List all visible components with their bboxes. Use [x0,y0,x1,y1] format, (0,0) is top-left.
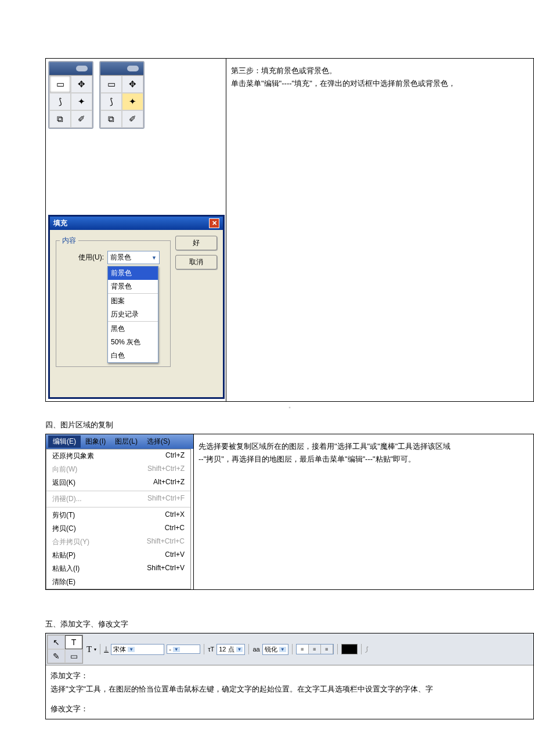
add-text-desc: 选择"文字"工具，在图层的恰当位置单击鼠标左键，确定文字的起始位置。在文字工具选… [50,682,529,696]
warp-icon[interactable]: ⟆ [365,646,367,653]
dropdown-option[interactable]: 50% 灰色 [108,336,158,349]
tool-palette-1: ▭ ✥ ⟆ ✦ ⧉ ✐ [48,61,93,129]
menu-edit[interactable]: 编辑(E) [48,435,81,448]
antialias-combo[interactable]: 锐化▼ [262,644,288,655]
section4-desc2: --"拷贝"，再选择目的地图层，最后单击菜单"编辑"---"粘贴"即可。 [199,453,529,466]
lasso-tool-icon[interactable]: ⟆ [100,93,122,110]
lasso-tool-icon[interactable]: ⟆ [49,93,71,110]
marquee-tool-icon[interactable]: ▭ [49,75,71,93]
marquee-tool-icon[interactable]: ▭ [100,75,122,93]
content-group-label: 内容 [60,236,78,246]
menu-item-paste-into[interactable]: 粘贴入(I)Shift+Ctrl+V [46,562,190,575]
font-size-combo[interactable]: 12 点▼ [217,644,245,655]
menu-item-copy[interactable]: 拷贝(C)Ctrl+C [46,522,190,535]
menu-item-clear[interactable]: 清除(E) [46,575,190,589]
crop-tool-icon[interactable]: ⧉ [49,110,71,128]
menu-item-cut[interactable]: 剪切(T)Ctrl+X [46,509,190,522]
text-color-swatch[interactable] [341,644,358,654]
section5-title: 五、添加文字、修改文字 [45,619,534,629]
align-right-icon[interactable]: ≡ [321,645,333,654]
font-family-combo[interactable]: 宋体▼ [111,644,164,655]
dropdown-option[interactable]: 历史记录 [108,308,158,321]
dropdown-option[interactable]: 白色 [108,349,158,362]
align-center-icon[interactable]: ≡ [309,645,321,654]
path-select-icon[interactable]: ↖ [48,635,65,649]
dropdown-option[interactable]: 黑色 [108,322,158,336]
type-options-bar: T▾ ⟘ 宋体▼ -▼ τT 12 点▼ aa 锐化▼ ≡ ≡ ≡ ⟆ [84,633,533,665]
use-dropdown[interactable]: 前景色 背景色 图案 历史记录 黑色 50% 灰色 白色 [107,266,158,363]
dropdown-option[interactable]: 图案 [108,294,158,308]
type-tool-icon[interactable]: T [65,635,82,649]
menu-select[interactable]: 选择(S) [142,435,175,448]
mini-tool-grid: ↖ T ✎ ▭ [47,635,83,664]
menu-image[interactable]: 图象(I) [81,435,110,448]
add-text-heading: 添加文字： [50,669,529,682]
section4-title: 四、图片区域的复制 [45,420,534,430]
menu-item-forward[interactable]: 向前(W)Shift+Ctrl+Z [46,463,190,476]
type-orientation-icon[interactable]: T [86,645,92,654]
slice-tool-icon[interactable]: ✐ [71,110,92,128]
antialias-label: aa [252,646,259,653]
menu-layer[interactable]: 图层(L) [110,435,142,448]
edit-menu: 还原拷贝象素Ctrl+Z 向前(W)Shift+Ctrl+Z 返回(K)Alt+… [46,449,191,589]
menu-item-paste[interactable]: 粘贴(P)Ctrl+V [46,549,190,562]
menubar: 编辑(E) 图象(I) 图层(L) 选择(S) [46,434,193,449]
pen-tool-icon[interactable]: ✎ [48,649,65,663]
align-left-icon[interactable]: ≡ [297,645,309,654]
menu-item-fade[interactable]: 消褪(D)...Shift+Ctrl+F [46,492,190,506]
crop-tool-icon[interactable]: ⧉ [100,110,122,128]
tool-palette-2: ▭ ✥ ⟆ ✦ ⧉ ✐ [99,61,145,129]
close-icon[interactable]: ✕ [209,218,219,228]
use-combo[interactable]: 前景色▼ [107,251,160,264]
slice-tool-icon[interactable]: ✐ [122,110,143,128]
wand-tool-icon[interactable]: ✦ [71,93,92,110]
warp-text-icon[interactable]: ⟘ [104,646,109,653]
ok-button[interactable]: 好 [175,236,217,250]
wand-tool-icon[interactable]: ✦ [122,93,143,110]
menu-item-back[interactable]: 返回(K)Alt+Ctrl+Z [46,476,190,489]
use-label: 使用(U): [60,253,107,262]
step3-desc: 单击菜单"编辑"----"填充"，在弹出的对话框中选择前景色或背景色， [231,77,529,90]
font-size-icon: τT [208,646,214,653]
shape-tool-icon[interactable]: ▭ [65,649,82,663]
section4-desc1: 先选择要被复制区域所在的图层，接着用"选择工具"或"魔棒"工具选择该区域 [199,440,529,453]
dropdown-option[interactable]: 背景色 [108,280,158,293]
move-tool-icon[interactable]: ✥ [71,75,92,93]
fill-dialog: 填充 ✕ 内容 使用(U): 前景色▼ 前景色 背景色 图案 历史记录 黑色 5… [48,215,225,399]
font-style-combo[interactable]: -▼ [167,645,200,654]
menu-item-undo[interactable]: 还原拷贝象素Ctrl+Z [46,449,190,463]
dropdown-option[interactable]: 前景色 [108,267,158,280]
preserve-transparency-checkbox[interactable] [64,371,72,379]
dialog-title: 填充 [53,218,67,228]
move-tool-icon[interactable]: ✥ [122,75,143,93]
modify-text-heading: 修改文字： [50,702,529,715]
menu-item-copy-merged[interactable]: 合并拷贝(Y)Shift+Ctrl+C [46,535,190,549]
step3-text: 第三步：填充前景色或背景色。 [231,64,529,77]
cancel-button[interactable]: 取消 [175,255,217,269]
